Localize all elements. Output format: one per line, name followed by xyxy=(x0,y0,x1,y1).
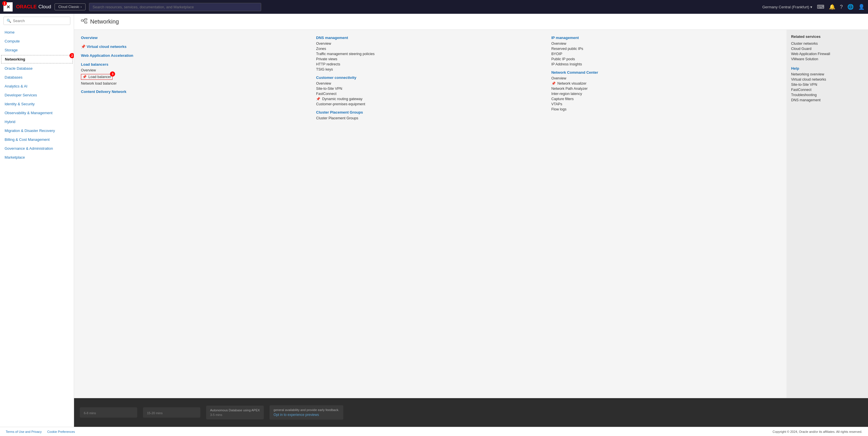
sidebar-item-storage[interactable]: Storage xyxy=(0,45,74,55)
sidebar-item-oracle-database[interactable]: Oracle Database xyxy=(0,64,74,73)
footer-links: Terms of Use and Privacy Cookie Preferen… xyxy=(6,430,80,433)
dns-http-redirects-link[interactable]: HTTP redirects xyxy=(316,62,546,67)
bottom-card-2: 15-20 mins xyxy=(143,407,200,417)
ip-pools-link[interactable]: Public IP pools xyxy=(551,57,781,62)
ip-byoip-link[interactable]: BYOIP xyxy=(551,52,781,57)
help-vcn[interactable]: Virtual cloud networks xyxy=(791,77,863,82)
load-balancers-overview-link[interactable]: Overview xyxy=(81,68,310,73)
svg-line-4 xyxy=(84,21,85,23)
related-cluster-networks[interactable]: Cluster networks xyxy=(791,41,863,46)
waa-section: Web Application Acceleration xyxy=(81,53,310,59)
ncc-overview-link[interactable]: Overview xyxy=(551,76,781,81)
ip-management-title: IP management xyxy=(551,36,781,40)
ip-reserved-link[interactable]: Reserved public IPs xyxy=(551,46,781,52)
content-area: Networking Overview 📌 Virtual cloud netw… xyxy=(74,14,868,427)
ncc-latency-link[interactable]: Inter-region latency xyxy=(551,91,781,96)
load-balancer-link[interactable]: 📌 Load balancer 3 xyxy=(81,74,113,80)
sidebar-item-compute[interactable]: Compute xyxy=(0,37,74,45)
cc-vpn-link[interactable]: Site-to-Site VPN xyxy=(316,86,546,91)
vcn-title[interactable]: 📌 Virtual cloud networks xyxy=(81,44,310,49)
networking-icon xyxy=(81,18,87,26)
overview-title[interactable]: Overview xyxy=(81,36,310,40)
region-selector[interactable]: Germany Central (Frankfurt) ▾ xyxy=(763,5,812,9)
related-cloud-guard[interactable]: Cloud Guard xyxy=(791,46,863,52)
network-load-balancer-link[interactable]: Network load balancer xyxy=(81,81,310,86)
col2: DNS management Overview Zones Traffic ma… xyxy=(316,36,546,393)
waa-title[interactable]: Web Application Acceleration xyxy=(81,53,310,58)
help-dns[interactable]: DNS management xyxy=(791,98,863,103)
help-vpn[interactable]: Site-to-Site VPN xyxy=(791,82,863,87)
help-troubleshooting[interactable]: Troubleshooting xyxy=(791,92,863,98)
terms-link[interactable]: Terms of Use and Privacy xyxy=(6,430,42,433)
sidebar-item-identity-security[interactable]: Identity & Security xyxy=(0,100,74,108)
sidebar-item-hybrid[interactable]: Hybrid xyxy=(0,117,74,126)
dns-section: DNS management Overview Zones Traffic ma… xyxy=(316,36,546,72)
cc-cpe-link[interactable]: Customer-premises equipment xyxy=(316,102,546,107)
bell-icon[interactable]: 🔔 xyxy=(829,4,835,10)
bottom-bar: 6-8 mins 15-20 mins Autonomous Database … xyxy=(74,398,868,427)
sidebar-item-developer-services[interactable]: Developer Services xyxy=(0,91,74,100)
help-fastconnect[interactable]: FastConnect xyxy=(791,87,863,92)
cdn-title[interactable]: Content Delivery Network xyxy=(81,90,310,94)
pin-icon: 📌 xyxy=(551,81,556,86)
sidebar-search-container[interactable]: 🔍 xyxy=(3,16,70,25)
cc-fastconnect-link[interactable]: FastConnect xyxy=(316,91,546,96)
sidebar-search-input[interactable] xyxy=(13,19,67,23)
ncc-flow-logs-link[interactable]: Flow logs xyxy=(551,107,781,112)
sidebar-item-home[interactable]: Home xyxy=(0,28,74,37)
cloud-classic-button[interactable]: Cloud Classic › xyxy=(55,3,85,10)
dns-overview-link[interactable]: Overview xyxy=(316,41,546,46)
help-title: Help xyxy=(791,66,863,71)
dns-traffic-link[interactable]: Traffic management steering policies xyxy=(316,52,546,57)
top-navigation: ✕ 1 ORACLE Cloud Cloud Classic › Germany… xyxy=(0,0,868,14)
help-networking-overview[interactable]: Networking overview xyxy=(791,72,863,77)
pin-icon: 📌 xyxy=(82,75,87,79)
help-icon[interactable]: ? xyxy=(840,4,843,10)
ip-overview-link[interactable]: Overview xyxy=(551,41,781,46)
load-balancer-badge: 3 xyxy=(110,71,115,76)
sidebar-item-networking[interactable]: Networking 2 xyxy=(1,55,73,63)
related-waf[interactable]: Web Application Firewall xyxy=(791,52,863,57)
overview-section: Overview xyxy=(81,36,310,41)
ip-insights-link[interactable]: IP Address Insights xyxy=(551,62,781,67)
cc-overview-link[interactable]: Overview xyxy=(316,81,546,86)
sidebar-item-migration[interactable]: Migration & Disaster Recovery xyxy=(0,126,74,135)
chevron-down-icon: ▾ xyxy=(810,5,812,9)
copyright-text: Copyright © 2024, Oracle and/or its affi… xyxy=(773,430,862,433)
cc-drg-link[interactable]: 📌 Dynamic routing gateway xyxy=(316,96,546,102)
sidebar-item-databases[interactable]: Databases xyxy=(0,73,74,82)
load-balancers-title[interactable]: Load balancers xyxy=(81,62,310,67)
dns-zones-link[interactable]: Zones xyxy=(316,46,546,52)
close-menu-button[interactable]: ✕ 1 xyxy=(3,2,12,11)
dns-tsig-link[interactable]: TSIG keys xyxy=(316,67,546,72)
related-services-col: Related services Cluster networks Cloud … xyxy=(786,30,868,398)
content-body: Overview 📌 Virtual cloud networks Web Ap… xyxy=(74,30,868,398)
ncc-vtaps-link[interactable]: VTAPs xyxy=(551,102,781,107)
ip-management-section: IP management Overview Reserved public I… xyxy=(551,36,781,67)
sidebar-item-observability[interactable]: Observability & Management xyxy=(0,108,74,117)
svg-rect-0 xyxy=(81,20,84,21)
cookie-link[interactable]: Cookie Preferences xyxy=(47,430,75,433)
terminal-icon[interactable]: ⌨ xyxy=(817,4,825,10)
bottom-card-1: 6-8 mins xyxy=(80,407,137,417)
col3: IP management Overview Reserved public I… xyxy=(551,36,781,393)
sidebar-item-analytics-ai[interactable]: Analytics & AI xyxy=(0,82,74,91)
ncc-visualizer-link[interactable]: 📌 Network visualizer xyxy=(551,81,781,86)
sidebar-item-governance[interactable]: Governance & Administration xyxy=(0,144,74,153)
dns-private-views-link[interactable]: Private views xyxy=(316,57,546,62)
cluster-placement-link[interactable]: Cluster Placement Groups xyxy=(316,115,546,121)
related-services-title: Related services xyxy=(791,34,863,39)
user-avatar[interactable]: 👤 xyxy=(858,4,865,10)
sidebar-item-marketplace[interactable]: Marketplace xyxy=(0,153,74,162)
opt-in-link[interactable]: Opt in to experience previews xyxy=(274,413,319,417)
globe-icon[interactable]: 🌐 xyxy=(847,4,854,10)
global-search-input[interactable] xyxy=(89,3,261,11)
ncc-path-analyzer-link[interactable]: Network Path Analyzer xyxy=(551,86,781,91)
bottom-card-4: general availability and provide early f… xyxy=(270,405,343,420)
oracle-text: ORACLE xyxy=(16,4,37,10)
pin-icon: 📌 xyxy=(81,44,86,49)
sidebar-item-billing[interactable]: Billing & Cost Management xyxy=(0,135,74,144)
related-vmware[interactable]: VMware Solution xyxy=(791,57,863,62)
ncc-capture-link[interactable]: Capture filters xyxy=(551,96,781,102)
content-header: Networking xyxy=(74,14,868,30)
